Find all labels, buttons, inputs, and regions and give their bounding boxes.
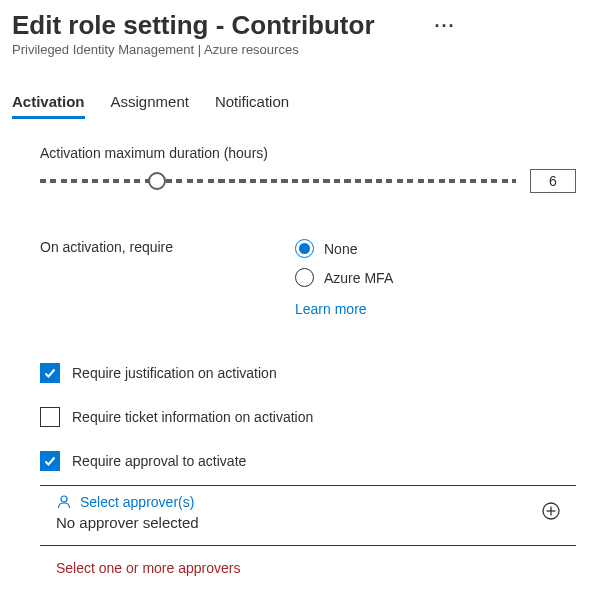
checkbox-icon — [40, 451, 60, 471]
duration-slider[interactable] — [40, 171, 516, 191]
checkbox-icon — [40, 363, 60, 383]
tab-bar: Activation Assignment Notification — [12, 93, 604, 119]
checkbox-ticket-label: Require ticket information on activation — [72, 409, 313, 425]
add-approver-button[interactable] — [542, 502, 560, 523]
radio-none[interactable]: None — [295, 239, 393, 258]
validation-message: Select one or more approvers — [56, 560, 576, 576]
person-icon — [56, 494, 72, 510]
checkbox-justification-label: Require justification on activation — [72, 365, 277, 381]
duration-label: Activation maximum duration (hours) — [40, 145, 576, 161]
checkbox-ticket[interactable]: Require ticket information on activation — [40, 407, 576, 427]
checkbox-justification[interactable]: Require justification on activation — [40, 363, 576, 383]
approver-status: No approver selected — [56, 514, 199, 531]
radio-mfa-label: Azure MFA — [324, 270, 393, 286]
checkbox-approval-label: Require approval to activate — [72, 453, 246, 469]
radio-none-label: None — [324, 241, 357, 257]
select-approvers-label: Select approver(s) — [80, 494, 194, 510]
breadcrumb: Privileged Identity Management | Azure r… — [12, 42, 604, 57]
learn-more-link[interactable]: Learn more — [295, 301, 393, 317]
page-title: Edit role setting - Contributor — [12, 10, 375, 41]
approver-box: Select approver(s) No approver selected — [40, 485, 576, 546]
duration-value-input[interactable]: 6 — [530, 169, 576, 193]
svg-point-0 — [61, 496, 67, 502]
plus-circle-icon — [542, 502, 560, 520]
checkbox-approval[interactable]: Require approval to activate — [40, 451, 576, 471]
slider-thumb[interactable] — [148, 172, 166, 190]
select-approvers-link[interactable]: Select approver(s) — [56, 494, 199, 510]
checkbox-icon — [40, 407, 60, 427]
tab-notification[interactable]: Notification — [215, 93, 289, 119]
require-label: On activation, require — [40, 239, 295, 317]
tab-assignment[interactable]: Assignment — [111, 93, 189, 119]
radio-azure-mfa[interactable]: Azure MFA — [295, 268, 393, 287]
more-actions-button[interactable]: ··· — [435, 16, 456, 37]
tab-activation[interactable]: Activation — [12, 93, 85, 119]
